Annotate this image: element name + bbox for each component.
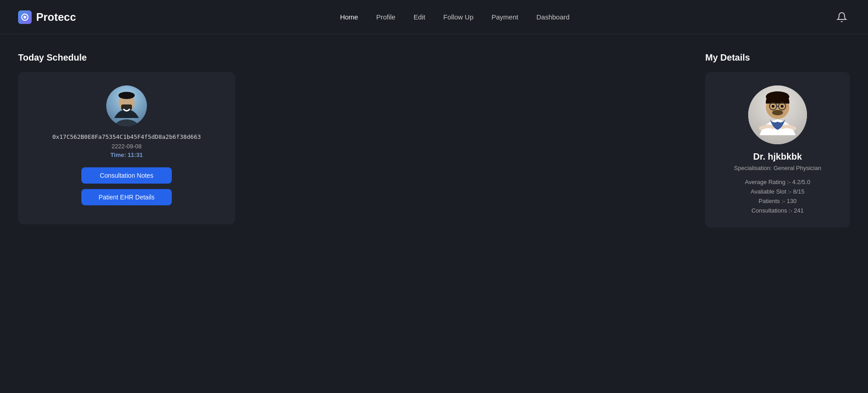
patient-ehr-button[interactable]: Patient EHR Details [81, 189, 172, 205]
patients-count: Patients :- 130 [759, 198, 797, 204]
doctor-stats: Average Rating :- 4.2/5.0 Avaliable Slot… [719, 179, 836, 214]
navbar: Protecc Home Profile Edit Follow Up Paym… [0, 0, 868, 34]
patient-hash: 0x17C562B0E8Fa75354C1b45F4f5dD8a2b6f38d6… [52, 133, 201, 140]
nav-links: Home Profile Edit Follow Up Payment Dash… [340, 13, 570, 21]
nav-payment[interactable]: Payment [491, 13, 518, 21]
left-panel: Today Schedule [18, 52, 687, 375]
notification-bell-icon[interactable] [834, 9, 850, 25]
svg-point-12 [772, 110, 783, 115]
consultation-notes-button[interactable]: Consultation Notes [81, 167, 172, 184]
brand-name: Protecc [36, 11, 76, 24]
brand-icon [18, 10, 32, 24]
patient-date: 2222-09-08 [112, 143, 142, 150]
patient-time: Time: 11:31 [110, 152, 142, 158]
doctor-specialization: Specialisation: General Physician [734, 165, 821, 171]
nav-dashboard[interactable]: Dashboard [536, 13, 569, 21]
svg-point-17 [781, 105, 783, 108]
main-content: Today Schedule [0, 34, 868, 393]
my-details-header: My Details [705, 52, 850, 63]
nav-edit[interactable]: Edit [414, 13, 425, 21]
doctor-avatar [748, 85, 807, 144]
brand: Protecc [18, 10, 76, 24]
svg-point-7 [118, 92, 135, 99]
avg-rating: Average Rating :- 4.2/5.0 [745, 179, 810, 185]
available-slot: Avaliable Slot :- 8/15 [751, 188, 805, 195]
consultations-count: Consultations :- 241 [751, 207, 804, 214]
nav-home[interactable]: Home [340, 13, 358, 21]
today-schedule-title: Today Schedule [18, 52, 687, 63]
patient-avatar [106, 85, 147, 126]
right-panel: My Details [705, 52, 850, 375]
doctor-name: Dr. hjkbkbk [753, 152, 802, 162]
nav-profile[interactable]: Profile [376, 13, 396, 21]
nav-followup[interactable]: Follow Up [443, 13, 474, 21]
schedule-card: 0x17C562B0E8Fa75354C1b45F4f5dD8a2b6f38d6… [18, 72, 235, 224]
svg-point-16 [772, 105, 774, 108]
svg-point-1 [24, 16, 26, 19]
navbar-right [834, 9, 850, 25]
my-details-card: Dr. hjkbkbk Specialisation: General Phys… [705, 72, 850, 227]
my-details-title: My Details [705, 52, 850, 63]
